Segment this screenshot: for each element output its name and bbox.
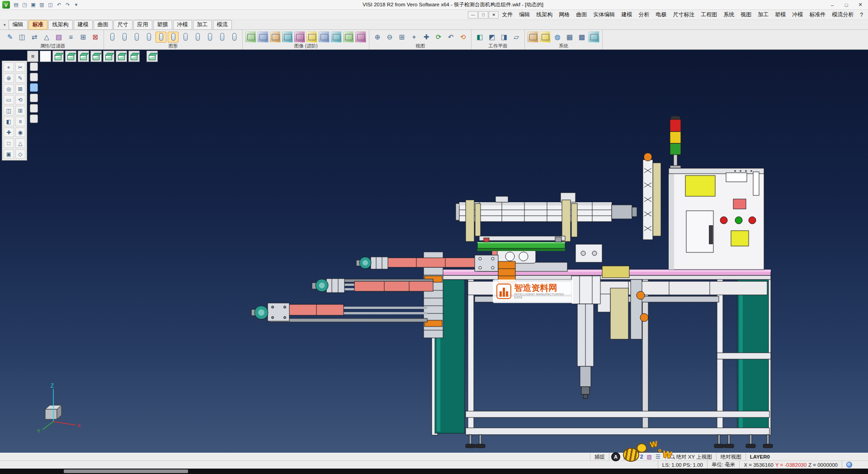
- view-blank-button[interactable]: [40, 51, 51, 62]
- view-front-cube-button[interactable]: [78, 51, 89, 62]
- model-3d-view[interactable]: Z X Y: [0, 50, 868, 453]
- sketch-tool-icon[interactable]: ✎: [15, 73, 26, 83]
- select-tool-icon[interactable]: ⌖: [4, 62, 14, 72]
- graphic-surface-icon[interactable]: [192, 32, 203, 43]
- diamond-tool-icon[interactable]: ◇: [15, 149, 26, 159]
- delete-tool-icon[interactable]: ⊠: [15, 84, 26, 94]
- filter-group-icon[interactable]: ⊞: [78, 32, 89, 43]
- graphic-arc-icon[interactable]: [131, 32, 142, 43]
- pan-icon[interactable]: ✚: [421, 32, 432, 43]
- menu-solid-edit[interactable]: 实体编辑: [590, 10, 618, 19]
- system-layers-icon[interactable]: [528, 32, 538, 43]
- tab-edit[interactable]: 编辑: [9, 20, 28, 30]
- undo-icon[interactable]: ↶: [55, 1, 63, 9]
- menu-help[interactable]: ?: [857, 11, 866, 19]
- box-tool-icon[interactable]: □: [4, 138, 14, 148]
- mdi-restore-button[interactable]: □: [478, 11, 488, 19]
- open-file-icon[interactable]: ◳: [20, 1, 29, 9]
- array-tool-icon[interactable]: ⊞: [15, 106, 26, 115]
- system-render-icon[interactable]: [589, 32, 599, 43]
- view-dynamic-cube-button[interactable]: [146, 51, 158, 62]
- redraw-icon[interactable]: ⟲: [458, 32, 468, 43]
- system-grid-icon[interactable]: ▦: [564, 32, 575, 43]
- section-tool-icon[interactable]: ◧: [4, 117, 14, 126]
- render-quality-icon[interactable]: [355, 32, 366, 43]
- system-globe-icon[interactable]: ◍: [552, 32, 563, 43]
- rotate-tool-icon[interactable]: ⟲: [15, 95, 26, 104]
- redo-icon[interactable]: ↷: [63, 1, 72, 9]
- workplane-standard-icon[interactable]: ◧: [474, 32, 485, 43]
- graphic-curve-icon[interactable]: [156, 32, 166, 43]
- render-shadow-icon[interactable]: [331, 32, 342, 43]
- layer-button[interactable]: LAYER0: [745, 453, 774, 460]
- menu-system[interactable]: 系统: [720, 10, 737, 19]
- view-top-cube-button[interactable]: [65, 51, 76, 62]
- zoom-in-icon[interactable]: ⊕: [372, 32, 383, 43]
- tab-application[interactable]: 应用: [133, 20, 152, 30]
- tab-machining[interactable]: 加工: [193, 20, 212, 30]
- units-display[interactable]: 单位: 毫米: [707, 461, 739, 469]
- render-hidden-line-icon[interactable]: [258, 32, 269, 43]
- render-transparency-icon[interactable]: [294, 32, 305, 43]
- new-file-icon[interactable]: ▤: [12, 1, 20, 9]
- filter-layer-icon[interactable]: ≡: [66, 32, 76, 43]
- view-left-cube-button[interactable]: [90, 51, 102, 62]
- network-status-icon[interactable]: [846, 462, 852, 468]
- system-calculator-icon[interactable]: ▩: [576, 32, 587, 43]
- filter-solids-button[interactable]: [30, 104, 38, 113]
- menu-wireframe[interactable]: 线架构: [533, 10, 556, 19]
- render-wireframe-icon[interactable]: [245, 32, 256, 43]
- menu-mold[interactable]: 塑模: [772, 10, 789, 19]
- absolute-view-button[interactable]: 绝对视图: [716, 453, 745, 460]
- render-background-icon[interactable]: [343, 32, 354, 43]
- tab-surface[interactable]: 曲面: [94, 20, 113, 30]
- view-right-cube-button[interactable]: [103, 51, 114, 62]
- filter-points-button[interactable]: [30, 73, 38, 81]
- attributes-swap-icon[interactable]: ⇄: [29, 32, 40, 43]
- tab-wireframe[interactable]: 线架构: [48, 20, 73, 30]
- zoom-fit-icon[interactable]: ⌖: [409, 32, 420, 43]
- menu-file[interactable]: 文件: [499, 10, 516, 19]
- save-icon[interactable]: ▣: [29, 1, 38, 9]
- menu-dimensioning[interactable]: 尺寸标注: [670, 10, 698, 19]
- trim-tool-icon[interactable]: ✂: [15, 62, 26, 72]
- minimize-button[interactable]: –: [826, 0, 839, 9]
- graphic-point-icon[interactable]: [107, 32, 118, 43]
- graphic-symbol-icon[interactable]: [229, 32, 240, 43]
- snap-toggle[interactable]: 捕捉: [590, 453, 609, 460]
- point-tool-icon[interactable]: ◉: [15, 128, 26, 137]
- menu-surface[interactable]: 曲面: [573, 10, 590, 19]
- workplane-align-icon[interactable]: ◨: [499, 32, 509, 43]
- tab-dimension[interactable]: 尺寸: [113, 20, 132, 30]
- previous-view-icon[interactable]: ↶: [445, 32, 456, 43]
- menu-mesh[interactable]: 网格: [556, 10, 573, 19]
- filter-meshes-button[interactable]: [30, 114, 38, 123]
- fill-tool-icon[interactable]: ▣: [4, 149, 14, 159]
- snap-tool-icon[interactable]: ⊕: [4, 73, 14, 83]
- menu-modeling[interactable]: 建模: [618, 10, 635, 19]
- zoom-out-icon[interactable]: ⊖: [384, 32, 395, 43]
- print-icon[interactable]: ▥: [38, 1, 46, 9]
- tab-modeling[interactable]: 建模: [74, 20, 93, 30]
- mdi-minimize-button[interactable]: —: [468, 11, 478, 19]
- graphic-circle-icon[interactable]: [143, 32, 154, 43]
- menu-die[interactable]: 冲模: [789, 10, 806, 19]
- filter-color-icon[interactable]: ▧: [53, 32, 64, 43]
- triangle-tool-icon[interactable]: △: [15, 138, 26, 148]
- workplane-free-icon[interactable]: ▱: [511, 32, 522, 43]
- filter-all-button[interactable]: [30, 62, 38, 71]
- render-lighting-icon[interactable]: [319, 32, 330, 43]
- close-button[interactable]: ✕: [854, 0, 867, 9]
- graphic-dimension-icon[interactable]: [217, 32, 227, 43]
- tab-standard[interactable]: 标准: [28, 20, 47, 30]
- graphic-text-icon[interactable]: [168, 32, 179, 43]
- mdi-close-button[interactable]: ✕: [489, 11, 499, 19]
- tab-moldflow[interactable]: 模流: [213, 20, 232, 30]
- filter-clear-icon[interactable]: ⊠: [90, 32, 101, 43]
- circle-tool-icon[interactable]: ◎: [4, 84, 14, 94]
- mirror-tool-icon[interactable]: ◫: [4, 106, 14, 115]
- menu-standard-parts[interactable]: 标准件: [806, 10, 829, 19]
- graphic-mesh-icon[interactable]: [204, 32, 215, 43]
- attributes-brush-icon[interactable]: ✎: [5, 32, 15, 43]
- menu-view[interactable]: 视图: [737, 10, 755, 19]
